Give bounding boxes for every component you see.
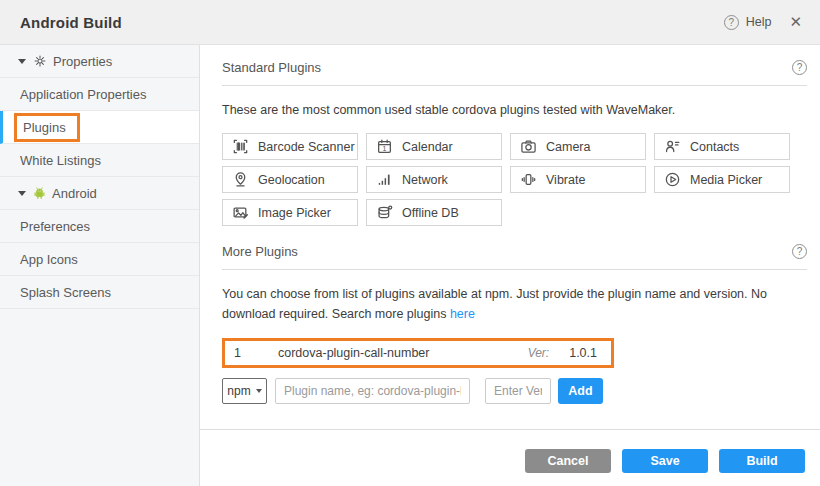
plugin-button-vibrate[interactable]: Vibrate [510, 166, 646, 193]
sidebar-group-android[interactable]: Android [0, 177, 199, 210]
help-icon[interactable]: ? [792, 244, 807, 259]
section-title: Standard Plugins [222, 60, 321, 75]
plugin-row-version: 1.0.1 [569, 346, 597, 360]
standard-plugins-header: Standard Plugins ? [222, 60, 807, 86]
chevron-down-icon [256, 389, 262, 393]
camera-icon [520, 138, 537, 155]
svg-text:1: 1 [383, 145, 387, 152]
more-plugins-header: More Plugins ? [222, 244, 807, 270]
calendar-icon: 1 [376, 138, 393, 155]
save-button[interactable]: Save [622, 449, 708, 473]
header-actions: ? Help ✕ [724, 13, 802, 31]
plugin-button-barcode-scanner[interactable]: Barcode Scanner [222, 133, 358, 160]
search-plugins-link[interactable]: here [450, 307, 475, 321]
plugin-row-name: cordova-plugin-call-number [278, 346, 528, 360]
sidebar-item-splash-screens[interactable]: Splash Screens [0, 276, 199, 309]
add-button[interactable]: Add [558, 378, 603, 404]
sidebar-item-plugins[interactable]: Plugins [0, 111, 199, 144]
sidebar-item-preferences[interactable]: Preferences [0, 210, 199, 243]
plugin-button-contacts[interactable]: Contacts [654, 133, 790, 160]
barcode-scanner-icon [232, 138, 249, 155]
plugin-button-offline-db[interactable]: Offline DB [366, 199, 502, 226]
plugin-button-calendar[interactable]: 1 Calendar [366, 133, 502, 160]
section-title: More Plugins [222, 244, 298, 259]
sidebar-group-properties[interactable]: Properties [0, 45, 199, 78]
sidebar-item-application-properties[interactable]: Application Properties [0, 78, 199, 111]
plugin-button-media-picker[interactable]: Media Picker [654, 166, 790, 193]
registry-select[interactable]: npm [222, 378, 267, 404]
android-build-dialog: Android Build ? Help ✕ Properties Applic… [0, 0, 820, 486]
dialog-footer: Cancel Save Build [200, 429, 820, 486]
standard-plugins-description: These are the most common used stable co… [222, 101, 807, 120]
help-label[interactable]: Help [746, 15, 772, 29]
media-picker-icon [664, 171, 681, 188]
chevron-down-icon [18, 191, 26, 196]
image-picker-icon [232, 204, 249, 221]
plugin-row-version-label: Ver: [528, 346, 550, 360]
annotation-highlight: Plugins [14, 113, 80, 142]
geolocation-icon [232, 171, 249, 188]
installed-plugin-row: 1 cordova-plugin-call-number Ver: 1.0.1 [222, 338, 614, 368]
cancel-button[interactable]: Cancel [525, 449, 611, 473]
dialog-header: Android Build ? Help ✕ [0, 0, 820, 45]
offline-db-icon [376, 204, 393, 221]
sidebar: Properties Application Properties Plugin… [0, 45, 200, 486]
chevron-down-icon [18, 59, 26, 64]
plugin-button-network[interactable]: Network [366, 166, 502, 193]
contacts-icon [664, 138, 681, 155]
vibrate-icon [520, 171, 537, 188]
sidebar-group-label: Android [52, 186, 97, 201]
sidebar-item-white-listings[interactable]: White Listings [0, 144, 199, 177]
build-button[interactable]: Build [719, 449, 805, 473]
add-plugin-form: npm Add [222, 378, 807, 404]
plugin-name-input[interactable] [275, 378, 470, 404]
network-icon [376, 171, 393, 188]
close-icon[interactable]: ✕ [789, 13, 802, 31]
more-plugins-description: You can choose from list of plugins avai… [222, 285, 807, 324]
main-content: Standard Plugins ? These are the most co… [200, 45, 820, 486]
plugin-button-camera[interactable]: Camera [510, 133, 646, 160]
plugin-button-geolocation[interactable]: Geolocation [222, 166, 358, 193]
gear-icon [33, 54, 47, 68]
help-icon[interactable]: ? [724, 15, 739, 30]
standard-plugins-grid: Barcode Scanner 1 Calendar [222, 133, 807, 232]
plugin-button-image-picker[interactable]: Image Picker [222, 199, 358, 226]
sidebar-item-app-icons[interactable]: App Icons [0, 243, 199, 276]
help-icon[interactable]: ? [792, 60, 807, 75]
plugin-version-input[interactable] [485, 378, 551, 404]
android-icon [33, 186, 46, 200]
plugin-row-index: 1 [234, 346, 278, 360]
sidebar-group-label: Properties [53, 54, 112, 69]
page-title: Android Build [20, 14, 122, 31]
